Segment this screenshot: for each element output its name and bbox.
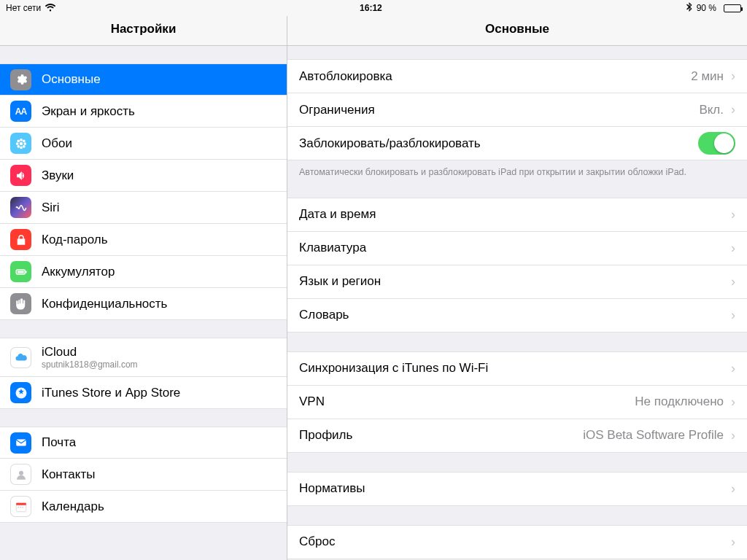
svg-rect-18: [20, 507, 21, 508]
toggle-lockunlock[interactable]: [698, 132, 735, 155]
detail-row-label: Заблокировать/разблокировать: [299, 136, 698, 151]
sidebar-item-display[interactable]: AAЭкран и яркость: [0, 96, 287, 128]
sidebar-item-contacts[interactable]: Контакты: [0, 459, 287, 491]
detail-row-regulatory[interactable]: Нормативы›: [287, 472, 747, 506]
svg-rect-11: [17, 271, 23, 273]
detail-row-autolock[interactable]: Автоблокировка2 мин›: [287, 60, 747, 93]
detail-row-reset[interactable]: Сброс›: [287, 526, 747, 559]
siri-icon: [10, 197, 31, 218]
speaker-icon: [10, 165, 31, 186]
chevron-right-icon: ›: [731, 69, 735, 84]
detail-pane: Основные Автоблокировка2 мин›Ограничения…: [287, 16, 747, 560]
detail-row-label: Ограничения: [299, 103, 699, 117]
sidebar-item-label: Звуки: [42, 168, 74, 183]
svg-point-7: [17, 144, 20, 147]
sidebar-item-label: Основные: [42, 72, 101, 87]
gear-icon: [10, 69, 31, 90]
detail-row-itunessync[interactable]: Синхронизация с iTunes по Wi-Fi›: [287, 352, 747, 386]
sidebar-item-label: Экран и яркость: [42, 104, 135, 119]
svg-point-6: [22, 139, 25, 142]
sidebar: Настройки ОсновныеAAЭкран и яркостьОбоиЗ…: [0, 16, 287, 560]
detail-row-label: Дата и время: [299, 207, 731, 222]
detail-row-vpn[interactable]: VPNНе подключено›: [287, 386, 747, 419]
svg-rect-13: [16, 440, 26, 446]
chevron-right-icon: ›: [731, 361, 735, 376]
sidebar-item-passcode[interactable]: Код-пароль: [0, 224, 287, 256]
battery-percentage: 90 %: [697, 3, 716, 13]
svg-point-2: [20, 146, 23, 149]
sidebar-item-label: Конфиденциальность: [42, 297, 167, 311]
sidebar-item-calendar[interactable]: Календарь: [0, 491, 287, 523]
svg-rect-16: [16, 502, 26, 505]
contact-icon: [10, 464, 31, 485]
sidebar-item-mail[interactable]: Почта: [0, 427, 287, 459]
detail-row-langreg[interactable]: Язык и регион›: [287, 265, 747, 299]
detail-row-label: Язык и регион: [299, 274, 731, 289]
detail-row-label: Автоблокировка: [299, 69, 691, 84]
a-a-icon: AA: [10, 101, 31, 122]
detail-row-datetime[interactable]: Дата и время›: [287, 198, 747, 232]
chevron-right-icon: ›: [731, 394, 735, 410]
detail-row-value: Вкл.: [699, 103, 724, 117]
detail-row-lockunlock[interactable]: Заблокировать/разблокировать: [287, 127, 747, 160]
detail-row-dict[interactable]: Словарь›: [287, 299, 747, 332]
svg-rect-10: [26, 271, 27, 273]
sidebar-item-privacy[interactable]: Конфиденциальность: [0, 288, 287, 320]
sidebar-item-label: Siri: [42, 201, 60, 215]
sidebar-item-sounds[interactable]: Звуки: [0, 160, 287, 192]
detail-row-value: Не подключено: [635, 394, 724, 409]
network-status: Нет сети: [6, 3, 41, 13]
svg-point-5: [17, 139, 20, 142]
sidebar-item-label: Почта: [42, 435, 76, 450]
detail-row-label: Синхронизация с iTunes по Wi-Fi: [299, 361, 731, 376]
sidebar-item-label: Обои: [42, 136, 72, 151]
calendar-icon: [10, 496, 31, 517]
chevron-right-icon: ›: [731, 428, 735, 443]
svg-point-14: [19, 470, 23, 475]
mail-icon: [10, 432, 31, 454]
chevron-right-icon: ›: [731, 274, 735, 289]
status-time: 16:12: [360, 3, 382, 13]
detail-row-restrict[interactable]: ОграниченияВкл.›: [287, 93, 747, 127]
sidebar-item-siri[interactable]: Siri: [0, 192, 287, 224]
detail-row-label: VPN: [299, 394, 635, 409]
detail-row-value: iOS Beta Software Profile: [583, 428, 724, 443]
svg-point-0: [19, 141, 23, 145]
sidebar-item-general[interactable]: Основные: [0, 63, 287, 96]
detail-row-label: Клавиатура: [299, 241, 731, 255]
chevron-right-icon: ›: [731, 241, 735, 256]
cloud-icon: [10, 347, 31, 368]
svg-point-4: [23, 142, 26, 145]
sidebar-item-wallpaper[interactable]: Обои: [0, 128, 287, 160]
appstore-icon: [10, 382, 31, 403]
detail-row-label: Нормативы: [299, 481, 731, 496]
detail-row-value: 2 мин: [691, 69, 724, 84]
svg-point-8: [22, 144, 25, 147]
sidebar-item-label: Календарь: [42, 499, 104, 514]
detail-row-label: Сброс: [299, 534, 731, 549]
bluetooth-icon: [686, 2, 692, 14]
svg-point-1: [20, 138, 23, 141]
sidebar-item-battery[interactable]: Аккумулятор: [0, 256, 287, 288]
chevron-right-icon: ›: [731, 207, 735, 222]
sidebar-item-store[interactable]: iTunes Store и App Store: [0, 377, 287, 409]
detail-scroll[interactable]: Автоблокировка2 мин›ОграниченияВкл.›Забл…: [287, 46, 747, 560]
sidebar-item-label: Аккумулятор: [42, 265, 115, 279]
hand-icon: [10, 293, 31, 314]
chevron-right-icon: ›: [731, 308, 735, 323]
status-bar: Нет сети 16:12 90 %: [0, 0, 747, 16]
wifi-icon: [45, 3, 55, 14]
sidebar-title: Настройки: [0, 16, 287, 46]
detail-row-label: Словарь: [299, 308, 731, 322]
sidebar-item-label: iTunes Store и App Store: [42, 386, 180, 400]
battery-icon: [721, 4, 741, 12]
detail-row-label: Профиль: [299, 428, 583, 443]
detail-row-profile[interactable]: ПрофильiOS Beta Software Profile›: [287, 419, 747, 453]
detail-row-keyboard[interactable]: Клавиатура›: [287, 232, 747, 265]
chevron-right-icon: ›: [731, 102, 735, 117]
lock-icon: [10, 229, 31, 250]
detail-title: Основные: [287, 16, 747, 46]
svg-point-3: [15, 142, 18, 145]
sidebar-item-icloud[interactable]: iCloudsputnik1818@gmail.com: [0, 338, 287, 377]
sidebar-scroll[interactable]: ОсновныеAAЭкран и яркостьОбоиЗвукиSiriКо…: [0, 46, 287, 560]
